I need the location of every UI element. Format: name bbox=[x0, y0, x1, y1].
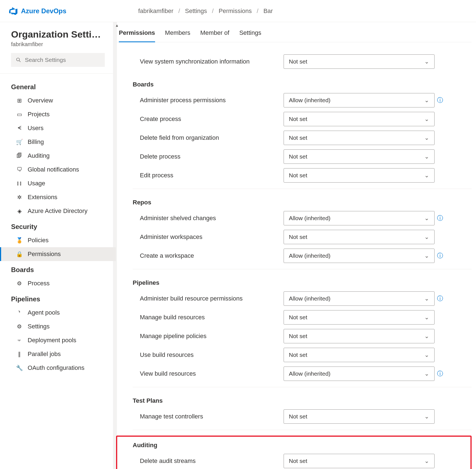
sidebar-item-agent-pools[interactable]: ᔉAgent pools bbox=[0, 306, 116, 320]
info-icon[interactable]: ⓘ bbox=[435, 294, 446, 303]
permission-dropdown[interactable]: Not set⌄ bbox=[284, 409, 435, 424]
permission-value: Not set bbox=[289, 234, 307, 240]
deployment-pools-icon: ⫟ bbox=[16, 337, 23, 343]
sidebar-item-label: Azure Active Directory bbox=[28, 207, 87, 215]
sidebar-item-deployment-pools[interactable]: ⫟Deployment pools bbox=[0, 333, 116, 347]
info-icon[interactable]: ⓘ bbox=[435, 214, 446, 222]
permission-value: Not set bbox=[289, 116, 307, 122]
permission-dropdown[interactable]: Not set⌄ bbox=[284, 149, 435, 164]
sidebar-item-billing[interactable]: 🛒Billing bbox=[0, 135, 116, 149]
scroll-up-icon[interactable]: ▴ bbox=[116, 23, 118, 28]
permission-value: Allow (inherited) bbox=[289, 97, 331, 104]
permission-row: Use build resourcesNot set⌄ bbox=[116, 346, 472, 364]
info-icon[interactable]: ⓘ bbox=[435, 370, 446, 378]
permission-dropdown[interactable]: Allow (inherited)⌄ bbox=[284, 367, 435, 381]
permission-label: Use build resources bbox=[140, 351, 284, 359]
info-icon[interactable]: ⓘ bbox=[435, 96, 446, 104]
extensions-icon: ✲ bbox=[16, 194, 23, 201]
sidebar-item-process[interactable]: ⚙Process bbox=[0, 276, 116, 290]
permission-group: AuditingDelete audit streamsNot set⌄Mana… bbox=[116, 436, 472, 469]
permission-dropdown[interactable]: Not set⌄ bbox=[284, 54, 435, 69]
permission-dropdown[interactable]: Allow (inherited)⌄ bbox=[284, 249, 435, 263]
chevron-down-icon: ⌄ bbox=[424, 333, 429, 339]
breadcrumb-item[interactable]: fabrikamfiber bbox=[138, 7, 173, 15]
info-icon[interactable]: ⓘ bbox=[435, 252, 446, 260]
permission-label: Administer build resource permissions bbox=[140, 295, 284, 302]
permission-dropdown[interactable]: Not set⌄ bbox=[284, 454, 435, 468]
permission-dropdown[interactable]: Not set⌄ bbox=[284, 310, 435, 325]
permission-value: Not set bbox=[289, 153, 307, 160]
chevron-down-icon: ⌄ bbox=[424, 234, 429, 240]
permission-value: Not set bbox=[289, 172, 307, 179]
permission-dropdown[interactable]: Not set⌄ bbox=[284, 329, 435, 343]
breadcrumb-item[interactable]: Bar bbox=[263, 7, 273, 15]
sidebar-item-label: Usage bbox=[28, 180, 45, 187]
search-input[interactable] bbox=[25, 57, 100, 63]
search-settings[interactable] bbox=[11, 53, 105, 67]
chevron-down-icon: ⌄ bbox=[424, 97, 429, 104]
permission-dropdown[interactable]: Not set⌄ bbox=[284, 348, 435, 362]
search-icon bbox=[16, 57, 21, 63]
permission-dropdown[interactable]: Allow (inherited)⌄ bbox=[284, 93, 435, 107]
permission-group-title: Auditing bbox=[117, 442, 470, 452]
users-icon: ᗕ bbox=[16, 125, 23, 131]
sidebar-item-auditing[interactable]: 🗐Auditing bbox=[0, 149, 116, 163]
tab-members[interactable]: Members bbox=[165, 29, 190, 42]
tab-settings[interactable]: Settings bbox=[239, 29, 261, 42]
permission-value: Not set bbox=[289, 458, 307, 464]
divider bbox=[0, 73, 116, 74]
sidebar-item-settings[interactable]: ⚙Settings bbox=[0, 320, 116, 333]
permission-value: Not set bbox=[289, 333, 307, 339]
permission-label: Administer workspaces bbox=[140, 233, 284, 241]
chevron-down-icon: ⌄ bbox=[424, 252, 429, 259]
aad-icon: ◈ bbox=[16, 208, 23, 214]
permission-row: Administer shelved changesAllow (inherit… bbox=[116, 209, 472, 228]
brand-logo[interactable]: Azure DevOps bbox=[9, 7, 66, 15]
sidebar-item-permissions[interactable]: 🔒Permissions bbox=[0, 247, 116, 261]
chevron-down-icon: ⌄ bbox=[424, 314, 429, 321]
sidebar-section-header: Security bbox=[0, 218, 116, 233]
sidebar-item-extensions[interactable]: ✲Extensions bbox=[0, 190, 116, 204]
permission-dropdown[interactable]: Allow (inherited)⌄ bbox=[284, 211, 435, 225]
permission-group-title: Boards bbox=[116, 81, 472, 91]
brand-label: Azure DevOps bbox=[21, 7, 66, 15]
breadcrumb-item[interactable]: Permissions bbox=[219, 7, 252, 15]
sidebar-item-projects[interactable]: ▭Projects bbox=[0, 107, 116, 121]
projects-icon: ▭ bbox=[16, 111, 23, 118]
permission-dropdown[interactable]: Not set⌄ bbox=[284, 112, 435, 126]
sidebar-item-global-notifications[interactable]: 🗨Global notifications bbox=[0, 163, 116, 176]
permission-row: Create processNot set⌄ bbox=[116, 110, 472, 128]
permission-row: Delete processNot set⌄ bbox=[116, 147, 472, 166]
permission-dropdown[interactable]: Not set⌄ bbox=[284, 168, 435, 183]
sidebar-item-label: Extensions bbox=[28, 194, 57, 201]
permission-label: Create a workspace bbox=[140, 252, 284, 259]
sidebar-item-aad[interactable]: ◈Azure Active Directory bbox=[0, 204, 116, 218]
sidebar-item-usage[interactable]: ⫿⫿Usage bbox=[0, 176, 116, 190]
permission-group: ReposAdminister shelved changesAllow (in… bbox=[116, 199, 472, 269]
permission-dropdown[interactable]: Allow (inherited)⌄ bbox=[284, 291, 435, 306]
breadcrumb-item[interactable]: Settings bbox=[185, 7, 207, 15]
permission-value: Not set bbox=[289, 135, 307, 141]
sidebar-item-users[interactable]: ᗕUsers bbox=[0, 121, 116, 135]
tab-member-of[interactable]: Member of bbox=[200, 29, 229, 42]
tab-permissions[interactable]: Permissions bbox=[119, 29, 155, 42]
permission-label: Administer process permissions bbox=[140, 97, 284, 104]
permission-row: View system synchronization informationN… bbox=[116, 52, 472, 71]
chevron-down-icon: ⌄ bbox=[424, 135, 429, 141]
sidebar: ▴ Organization Setti… fabrikamfiber Gene… bbox=[0, 22, 116, 469]
sidebar-item-policies[interactable]: 🏅Policies bbox=[0, 233, 116, 247]
permission-group: PipelinesAdminister build resource permi… bbox=[116, 279, 472, 387]
permission-value: Not set bbox=[289, 58, 307, 65]
permissions-icon: 🔒 bbox=[16, 251, 23, 257]
sidebar-item-oauth[interactable]: 🔧OAuth configurations bbox=[0, 361, 116, 375]
permission-label: Edit process bbox=[140, 172, 284, 179]
permission-group: Test PlansManage test controllersNot set… bbox=[116, 397, 472, 430]
breadcrumb-separator: / bbox=[212, 7, 214, 15]
sidebar-scrollbar[interactable] bbox=[113, 22, 117, 469]
global-notifications-icon: 🗨 bbox=[16, 166, 23, 173]
sidebar-item-overview[interactable]: ⊞Overview bbox=[0, 94, 116, 107]
permission-dropdown[interactable]: Not set⌄ bbox=[284, 230, 435, 244]
sidebar-item-parallel-jobs[interactable]: ∥Parallel jobs bbox=[0, 347, 116, 361]
permission-dropdown[interactable]: Not set⌄ bbox=[284, 131, 435, 145]
svg-point-0 bbox=[17, 58, 20, 61]
